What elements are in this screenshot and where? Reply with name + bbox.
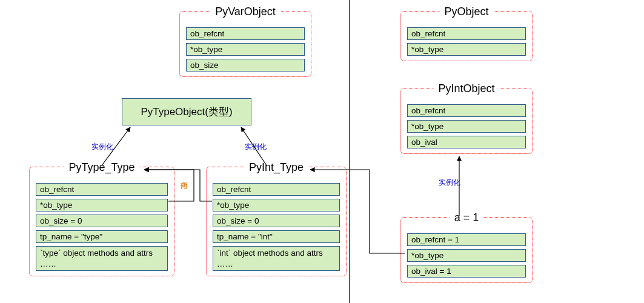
label-instantiate: 实例化: [245, 142, 267, 152]
struct-pyint-type: PyInt_Type ob_refcnt *ob_type ob_size = …: [206, 167, 347, 276]
field: ob_ival: [407, 136, 526, 148]
field: ob_size = 0: [36, 215, 168, 227]
field: *ob_type: [186, 43, 305, 56]
typeobject-label: PyTypeObject(类型): [141, 105, 232, 119]
struct-title: PyVarObject: [210, 5, 281, 18]
field: ob_refcnt: [407, 27, 526, 40]
field: tp_name = "int": [213, 230, 340, 243]
struct-pytype-type: PyType_Type ob_refcnt *ob_type ob_size =…: [29, 167, 174, 276]
struct-pyvarobject: PyVarObject ob_refcnt *ob_type ob_size: [179, 11, 311, 77]
struct-title: PyType_Type: [64, 161, 139, 174]
field: `type` object methods and attrs ……: [36, 246, 168, 271]
struct-title: PyIntObject: [433, 82, 499, 95]
field: `int` object methods and attrs ……: [213, 246, 340, 271]
vertical-divider: [349, 0, 350, 303]
field: ob_refcnt: [36, 183, 168, 196]
struct-pyintobject: PyIntObject ob_refcnt *ob_type ob_ival: [400, 88, 533, 154]
field: *ob_type: [407, 43, 526, 56]
struct-title: a = 1: [450, 211, 484, 224]
field: tp_name = "type": [36, 230, 168, 243]
field: ob_size: [186, 59, 305, 72]
field: *ob_type: [213, 199, 340, 211]
field: *ob_type: [407, 120, 526, 133]
field: ob_refcnt: [186, 27, 305, 40]
field: ob_size = 0: [213, 215, 340, 227]
label-instantiate: 实例化: [439, 178, 460, 188]
struct-a-eq-1: a = 1 ob_refcnt = 1 *ob_type ob_ival = 1: [400, 217, 533, 283]
struct-title: PyObject: [439, 5, 493, 18]
pytypeobject-box: PyTypeObject(类型): [122, 98, 251, 125]
field: ob_ival = 1: [407, 265, 526, 278]
field: *ob_type: [36, 199, 168, 211]
field: ob_refcnt: [213, 183, 340, 196]
struct-title: PyInt_Type: [244, 161, 308, 174]
field: ob_refcnt = 1: [407, 233, 526, 246]
field: *ob_type: [407, 249, 526, 262]
label-instantiate: 实例化: [91, 142, 113, 152]
struct-pyobject: PyObject ob_refcnt *ob_type: [400, 11, 533, 61]
field: ob_refcnt: [407, 104, 526, 117]
